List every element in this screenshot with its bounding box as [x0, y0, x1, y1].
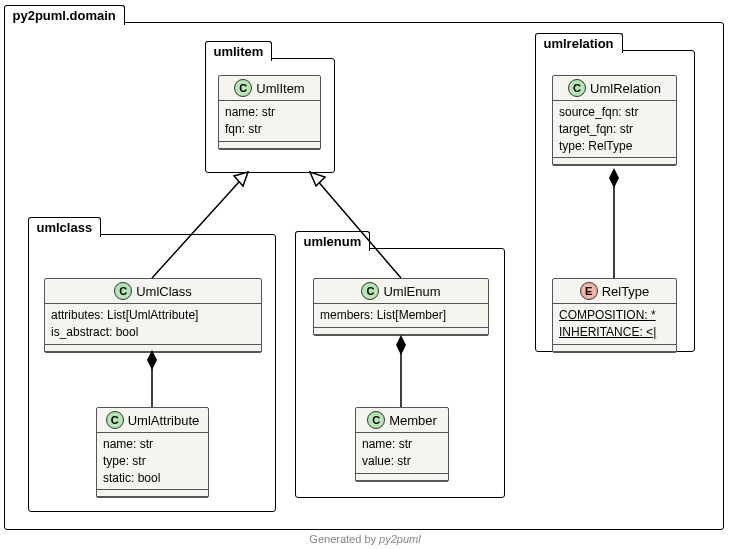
class-attributes: members: List[Member] [314, 304, 488, 328]
class-attributes: name: str fqn: str [219, 101, 320, 142]
attr-row: name: str [225, 104, 314, 121]
enum-row: COMPOSITION: * [559, 307, 670, 324]
class-attributes: source_fqn: str target_fqn: str type: Re… [553, 101, 676, 158]
class-ops [97, 490, 208, 497]
class-attributes: name: str value: str [356, 433, 448, 474]
class-name: UmlClass [136, 284, 192, 299]
class-ops [45, 345, 261, 352]
class-ops [553, 345, 676, 352]
class-header: C UmlRelation [553, 76, 676, 101]
footer-prefix: Generated by [309, 533, 379, 545]
class-ops [553, 158, 676, 165]
attr-row: name: str [103, 436, 202, 453]
package-tab-umlitem: umlitem [205, 41, 273, 61]
class-name: UmlEnum [383, 284, 440, 299]
attr-row: source_fqn: str [559, 104, 670, 121]
package-tab-py2puml-domain: py2puml.domain [4, 5, 125, 25]
enum-reltype: E RelType COMPOSITION: * INHERITANCE: <| [552, 278, 677, 353]
class-header: C UmlEnum [314, 279, 488, 304]
attr-row: fqn: str [225, 121, 314, 138]
class-attributes: name: str type: str static: bool [97, 433, 208, 490]
attr-row: target_fqn: str [559, 121, 670, 138]
attr-row: type: str [103, 453, 202, 470]
class-name: RelType [602, 284, 650, 299]
footer-tool: py2puml [379, 533, 421, 545]
class-icon: C [361, 282, 379, 300]
class-member: C Member name: str value: str [355, 407, 449, 482]
package-label: umlclass [37, 220, 93, 235]
class-icon: C [367, 411, 385, 429]
attr-row: members: List[Member] [320, 307, 482, 324]
class-header: C UmlItem [219, 76, 320, 101]
class-name: UmlItem [256, 81, 304, 96]
class-attributes: attributes: List[UmlAttribute] is_abstra… [45, 304, 261, 345]
class-header: C UmlClass [45, 279, 261, 304]
enum-values: COMPOSITION: * INHERITANCE: <| [553, 304, 676, 345]
class-name: UmlRelation [590, 81, 661, 96]
package-label: umlrelation [544, 36, 614, 51]
package-tab-umlenum: umlenum [295, 231, 371, 251]
class-umlitem: C UmlItem name: str fqn: str [218, 75, 321, 150]
attr-row: name: str [362, 436, 442, 453]
class-header: C Member [356, 408, 448, 433]
footer: Generated by py2puml [0, 533, 730, 545]
class-icon: C [568, 79, 586, 97]
class-icon: C [106, 411, 124, 429]
class-ops [314, 328, 488, 335]
package-tab-umlrelation: umlrelation [535, 33, 623, 53]
class-ops [219, 142, 320, 149]
attr-row: static: bool [103, 470, 202, 487]
enum-row: INHERITANCE: <| [559, 324, 670, 341]
class-icon: C [234, 79, 252, 97]
attr-row: type: RelType [559, 138, 670, 155]
class-umlrelation: C UmlRelation source_fqn: str target_fqn… [552, 75, 677, 166]
class-name: UmlAttribute [128, 413, 200, 428]
class-ops [356, 474, 448, 481]
attr-row: value: str [362, 453, 442, 470]
package-tab-umlclass: umlclass [28, 217, 102, 237]
class-name: Member [389, 413, 437, 428]
package-label: py2puml.domain [13, 8, 116, 23]
class-icon: C [114, 282, 132, 300]
package-label: umlitem [214, 44, 264, 59]
enum-icon: E [580, 282, 598, 300]
package-label: umlenum [304, 234, 362, 249]
class-umlenum: C UmlEnum members: List[Member] [313, 278, 489, 336]
class-umlattribute: C UmlAttribute name: str type: str stati… [96, 407, 209, 498]
class-umlclass: C UmlClass attributes: List[UmlAttribute… [44, 278, 262, 353]
attr-row: attributes: List[UmlAttribute] [51, 307, 255, 324]
attr-row: is_abstract: bool [51, 324, 255, 341]
class-header: E RelType [553, 279, 676, 304]
class-header: C UmlAttribute [97, 408, 208, 433]
